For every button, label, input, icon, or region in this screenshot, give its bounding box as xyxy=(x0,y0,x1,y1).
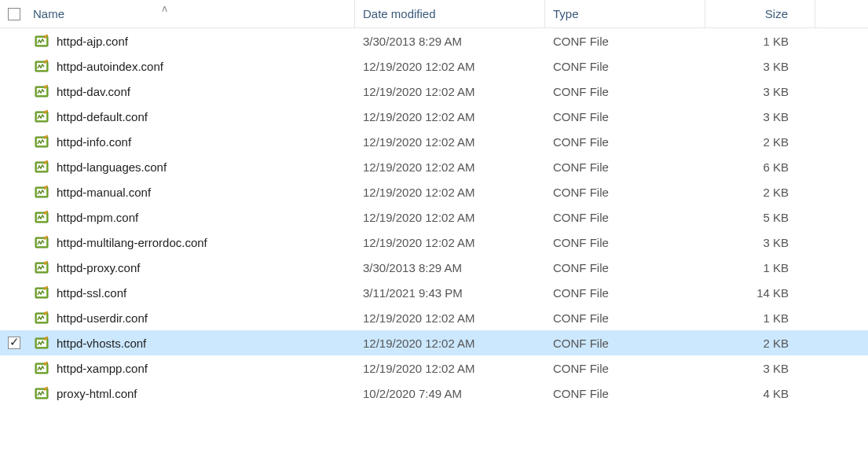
file-size-label: 1 KB xyxy=(763,311,789,325)
select-all-checkbox[interactable] xyxy=(8,8,20,20)
file-name-cell[interactable]: httpd-ssl.conf xyxy=(28,285,355,300)
file-size-label: 6 KB xyxy=(763,160,789,174)
file-type-cell: CONF File xyxy=(545,35,705,48)
file-row[interactable]: httpd-multilang-errordoc.conf12/19/2020 … xyxy=(0,230,868,255)
file-name-label: httpd-ssl.conf xyxy=(57,286,126,300)
file-date-cell: 3/11/2021 9:43 PM xyxy=(355,286,545,300)
file-type-label: CONF File xyxy=(553,211,609,224)
file-type-label: CONF File xyxy=(553,160,609,174)
file-rows: httpd-ajp.conf3/30/2013 8:29 AMCONF File… xyxy=(0,28,868,406)
file-type-label: CONF File xyxy=(553,85,609,98)
file-name-cell[interactable]: httpd-autoindex.conf xyxy=(28,59,355,73)
file-date-label: 10/2/2020 7:49 AM xyxy=(363,387,462,400)
conf-file-icon xyxy=(35,235,49,249)
file-row[interactable]: httpd-autoindex.conf12/19/2020 12:02 AMC… xyxy=(0,53,868,79)
file-size-cell: 6 KB xyxy=(705,160,815,174)
file-date-label: 12/19/2020 12:02 AM xyxy=(363,160,475,174)
file-size-label: 1 KB xyxy=(763,35,789,48)
file-name-cell[interactable]: httpd-ajp.conf xyxy=(28,34,355,48)
file-date-cell: 12/19/2020 12:02 AM xyxy=(355,186,545,199)
file-name-label: httpd-autoindex.conf xyxy=(57,60,163,73)
file-name-cell[interactable]: httpd-multilang-errordoc.conf xyxy=(28,235,355,249)
file-date-cell: 12/19/2020 12:02 AM xyxy=(355,160,545,174)
file-row[interactable]: httpd-proxy.conf3/30/2013 8:29 AMCONF Fi… xyxy=(0,255,868,280)
file-row[interactable]: httpd-userdir.conf12/19/2020 12:02 AMCON… xyxy=(0,305,868,330)
conf-file-icon xyxy=(35,361,49,375)
file-row[interactable]: httpd-mpm.conf12/19/2020 12:02 AMCONF Fi… xyxy=(0,204,868,230)
column-header-name[interactable]: Name ʌ xyxy=(28,0,355,28)
file-size-cell: 2 KB xyxy=(705,337,815,350)
file-date-cell: 12/19/2020 12:02 AM xyxy=(355,211,545,224)
file-name-cell[interactable]: httpd-proxy.conf xyxy=(28,260,355,274)
file-name-cell[interactable]: httpd-dav.conf xyxy=(28,84,355,98)
file-type-label: CONF File xyxy=(553,35,609,48)
file-size-label: 4 KB xyxy=(763,387,789,400)
conf-file-icon xyxy=(35,34,49,48)
file-row[interactable]: httpd-ssl.conf3/11/2021 9:43 PMCONF File… xyxy=(0,280,868,305)
file-name-label: httpd-languages.conf xyxy=(57,160,167,174)
file-size-cell: 14 KB xyxy=(705,286,815,300)
file-name-label: httpd-ajp.conf xyxy=(57,35,128,48)
file-type-cell: CONF File xyxy=(545,160,705,174)
file-name-cell[interactable]: httpd-default.conf xyxy=(28,109,355,123)
conf-file-icon xyxy=(35,185,49,199)
file-date-label: 12/19/2020 12:02 AM xyxy=(363,85,475,98)
conf-file-icon xyxy=(35,59,49,73)
file-name-cell[interactable]: httpd-vhosts.conf xyxy=(28,336,355,350)
file-size-label: 14 KB xyxy=(756,286,789,300)
file-date-cell: 12/19/2020 12:02 AM xyxy=(355,60,545,73)
file-name-cell[interactable]: httpd-manual.conf xyxy=(28,185,355,199)
conf-file-icon xyxy=(35,336,49,350)
file-type-label: CONF File xyxy=(553,261,609,274)
conf-file-icon xyxy=(35,109,49,123)
file-size-cell: 1 KB xyxy=(705,261,815,274)
file-name-cell[interactable]: proxy-html.conf xyxy=(28,386,355,400)
file-date-cell: 12/19/2020 12:02 AM xyxy=(355,311,545,325)
conf-file-icon xyxy=(35,260,49,274)
file-size-label: 3 KB xyxy=(763,60,789,73)
file-row[interactable]: httpd-info.conf12/19/2020 12:02 AMCONF F… xyxy=(0,129,868,154)
column-header-name-label: Name xyxy=(33,7,64,20)
select-all-cell[interactable] xyxy=(0,8,28,20)
file-size-cell: 2 KB xyxy=(705,186,815,199)
file-size-cell: 3 KB xyxy=(705,110,815,123)
file-size-cell: 5 KB xyxy=(705,211,815,224)
file-date-label: 12/19/2020 12:02 AM xyxy=(363,60,475,73)
file-date-label: 12/19/2020 12:02 AM xyxy=(363,311,475,325)
file-row[interactable]: httpd-dav.conf12/19/2020 12:02 AMCONF Fi… xyxy=(0,79,868,104)
file-row[interactable]: httpd-default.conf12/19/2020 12:02 AMCON… xyxy=(0,104,868,129)
file-size-cell: 1 KB xyxy=(705,35,815,48)
conf-file-icon xyxy=(35,134,49,149)
file-row[interactable]: httpd-vhosts.conf12/19/2020 12:02 AMCONF… xyxy=(0,330,868,355)
column-header-type[interactable]: Type xyxy=(545,0,705,28)
conf-file-icon xyxy=(35,311,49,325)
conf-file-icon xyxy=(35,285,49,300)
file-row[interactable]: proxy-html.conf10/2/2020 7:49 AMCONF Fil… xyxy=(0,381,868,406)
file-name-cell[interactable]: httpd-languages.conf xyxy=(28,160,355,174)
column-header-row: Name ʌ Date modified Type Size xyxy=(0,0,868,28)
file-date-cell: 12/19/2020 12:02 AM xyxy=(355,362,545,375)
conf-file-icon xyxy=(35,210,49,224)
file-name-cell[interactable]: httpd-xampp.conf xyxy=(28,361,355,375)
file-type-cell: CONF File xyxy=(545,311,705,325)
file-type-label: CONF File xyxy=(553,110,609,123)
file-name-cell[interactable]: httpd-userdir.conf xyxy=(28,311,355,325)
file-row[interactable]: httpd-ajp.conf3/30/2013 8:29 AMCONF File… xyxy=(0,28,868,53)
file-row[interactable]: httpd-languages.conf12/19/2020 12:02 AMC… xyxy=(0,154,868,179)
file-name-cell[interactable]: httpd-mpm.conf xyxy=(28,210,355,224)
file-type-cell: CONF File xyxy=(545,60,705,73)
file-type-label: CONF File xyxy=(553,362,609,375)
file-row[interactable]: httpd-xampp.conf12/19/2020 12:02 AMCONF … xyxy=(0,355,868,381)
row-checkbox[interactable] xyxy=(8,337,20,349)
row-checkbox-cell[interactable] xyxy=(0,337,28,349)
file-name-cell[interactable]: httpd-info.conf xyxy=(28,134,355,149)
file-row[interactable]: httpd-manual.conf12/19/2020 12:02 AMCONF… xyxy=(0,179,868,204)
file-name-label: httpd-multilang-errordoc.conf xyxy=(57,236,207,249)
file-date-label: 12/19/2020 12:02 AM xyxy=(363,362,475,375)
file-size-label: 3 KB xyxy=(763,236,789,249)
column-header-date[interactable]: Date modified xyxy=(355,0,545,28)
file-size-label: 2 KB xyxy=(763,135,789,149)
file-type-label: CONF File xyxy=(553,337,609,350)
column-header-size[interactable]: Size xyxy=(705,0,815,28)
file-date-cell: 10/2/2020 7:49 AM xyxy=(355,387,545,400)
